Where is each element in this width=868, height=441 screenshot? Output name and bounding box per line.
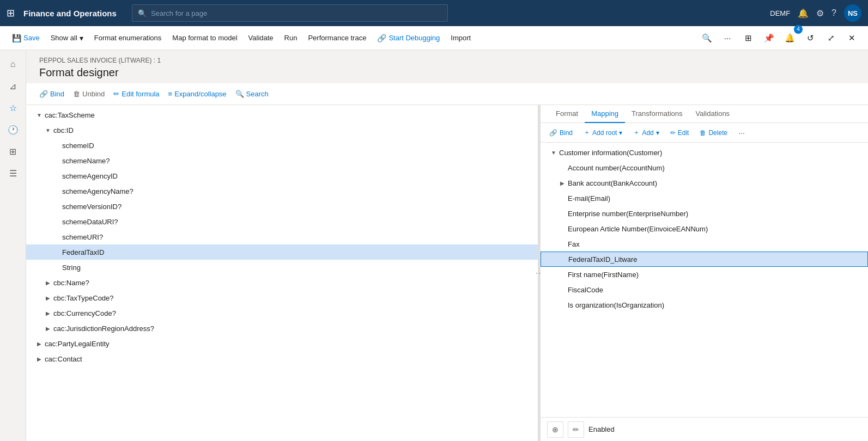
tree-item[interactable]: ▶ cbc:TaxTypeCode? [26, 290, 538, 305]
tree-item[interactable]: schemeAgencyName? [26, 183, 538, 199]
map-item[interactable]: Fax [541, 236, 868, 252]
map-label: FiscalCode [567, 286, 603, 294]
tree-item[interactable]: ▶ cbc:Name? [26, 275, 538, 290]
toolbar-customize-icon[interactable]: ⊞ [738, 28, 758, 48]
tree-item[interactable]: schemeAgencyID [26, 168, 538, 183]
settings-icon[interactable]: ⚙ [816, 8, 824, 19]
tree-arrow: ▶ [44, 326, 52, 332]
tree-label: schemeAgencyID [61, 172, 118, 180]
map-bind-button[interactable]: 🔗 Bind [545, 125, 577, 140]
expand-collapse-button[interactable]: ≡ Expand/collapse [164, 83, 231, 105]
notification-icon[interactable]: 🔔 [798, 8, 809, 19]
performance-trace-button[interactable]: Performance trace [302, 26, 372, 50]
toolbar-search-icon[interactable]: 🔍 [697, 28, 717, 48]
sidebar-recent[interactable]: 🕐 [3, 120, 23, 139]
map-item[interactable]: E-mail(Email) [541, 191, 868, 206]
page-header: PEPPOL SALES INVOICE (LITWARE) : 1 Forma… [26, 50, 868, 83]
toolbar-refresh-icon[interactable]: ↺ [800, 28, 820, 48]
start-debugging-button[interactable]: 🔗 Start Debugging [372, 26, 445, 50]
grid-icon[interactable]: ⊞ [7, 7, 15, 19]
tree-label: cbc:TaxTypeCode? [52, 294, 114, 302]
sidebar-filter[interactable]: ⊿ [3, 76, 23, 96]
tree-item[interactable]: String [26, 260, 538, 275]
sidebar-workspaces[interactable]: ⊞ [3, 142, 23, 161]
toolbar-close-icon[interactable]: ✕ [842, 28, 861, 48]
map-item[interactable]: European Article Number(EinvoiceEANNum) [541, 221, 868, 236]
format-enumerations-button[interactable]: Format enumerations [89, 26, 167, 50]
breadcrumb: PEPPOL SALES INVOICE (LITWARE) : 1 [39, 57, 855, 64]
tree-item[interactable]: ▼ cbc:ID [26, 122, 538, 138]
tree-item[interactable]: FederalTaxID [26, 244, 538, 260]
main-layout: ⌂ ⊿ ☆ 🕐 ⊞ ☰ PEPPOL SALES INVOICE (LITWAR… [0, 50, 868, 441]
tree-arrow: ▶ [44, 310, 52, 316]
tab-mapping[interactable]: Mapping [585, 105, 625, 123]
tree-item[interactable]: ▶ cbc:CurrencyCode? [26, 305, 538, 321]
map-item[interactable]: ▼ Customer information(Customer) [541, 145, 868, 160]
tree-item[interactable]: ▶ cac:JurisdictionRegionAddress? [26, 321, 538, 336]
topbar: ⊞ Finance and Operations 🔍 Search for a … [0, 0, 868, 26]
map-item[interactable]: ▶ Bank account(BankAccount) [541, 175, 868, 191]
map-item[interactable]: FiscalCode [541, 282, 868, 297]
footer-edit-button[interactable]: ✏ [568, 421, 584, 438]
map-item[interactable]: FederalTaxID_Litware [541, 252, 868, 267]
company-selector[interactable]: DEMF [770, 9, 790, 17]
map-item[interactable]: First name(FirstName) [541, 267, 868, 282]
tree-label: cbc:Name? [52, 279, 89, 287]
map-label: Customer information(Customer) [558, 149, 662, 157]
bind-button[interactable]: 🔗 Bind [35, 83, 69, 105]
toolbar-pin-icon[interactable]: 📌 [759, 28, 779, 48]
tree-item[interactable]: ▶ cac:PartyLegalEntity [26, 336, 538, 351]
help-icon[interactable]: ? [831, 8, 836, 18]
map-item[interactable]: Is organization(IsOrganization) [541, 297, 868, 313]
secondary-toolbar: 💾 Save Show all ▾ Format enumerations Ma… [0, 26, 868, 50]
tree-label: schemeAgencyName? [61, 187, 133, 195]
toolbar-expand-icon[interactable]: ⤢ [821, 28, 841, 48]
sidebar-favorites[interactable]: ☆ [3, 98, 23, 118]
tab-transformations[interactable]: Transformations [625, 105, 689, 123]
map-add-button[interactable]: ＋ Add ▾ [629, 125, 663, 140]
tree-item[interactable]: schemeName? [26, 153, 538, 168]
import-button[interactable]: Import [445, 26, 476, 50]
sidebar-home[interactable]: ⌂ [3, 54, 23, 74]
tree-label: cac:PartyLegalEntity [44, 340, 110, 348]
footer-copy-button[interactable]: ⊕ [547, 421, 563, 438]
tree-content: ▼ cac:TaxScheme ▼ cbc:ID schemeID scheme… [26, 105, 538, 441]
tree-label: cac:JurisdictionRegionAddress? [52, 324, 154, 333]
edit-formula-button[interactable]: ✏ Edit formula [109, 83, 163, 105]
tree-item[interactable]: ▶ cac:Contact [26, 351, 538, 366]
tree-arrow: ▼ [35, 112, 44, 118]
map-item[interactable]: Account number(AccountNum) [541, 160, 868, 175]
run-button[interactable]: Run [279, 26, 303, 50]
tree-item[interactable]: schemeURI? [26, 229, 538, 244]
tab-validations[interactable]: Validations [689, 105, 736, 123]
notification-count: 4 [794, 25, 803, 34]
chevron-down-icon: ▾ [619, 129, 622, 137]
sidebar-modules[interactable]: ☰ [3, 163, 23, 183]
save-button[interactable]: 💾 Save [7, 26, 45, 50]
tree-item[interactable]: schemeVersionID? [26, 199, 538, 214]
avatar[interactable]: NS [844, 4, 861, 22]
map-label: Is organization(IsOrganization) [567, 301, 664, 309]
map-label: FederalTaxID_Litware [567, 255, 637, 264]
tree-item[interactable]: schemeDataURI? [26, 214, 538, 229]
search-button[interactable]: 🔍 Search [231, 83, 273, 105]
validate-button[interactable]: Validate [243, 26, 279, 50]
unbind-button[interactable]: 🗑 Unbind [69, 83, 109, 105]
tab-format[interactable]: Format [549, 105, 585, 123]
unbind-icon: 🗑 [73, 90, 80, 98]
chevron-down-icon: ▾ [80, 34, 83, 42]
show-all-button[interactable]: Show all ▾ [45, 26, 89, 50]
tree-item[interactable]: ▼ cac:TaxScheme [26, 107, 538, 122]
expand-icon: ≡ [168, 90, 173, 98]
toolbar-more-icon[interactable]: ··· [718, 28, 737, 48]
tree-arrow: ▼ [44, 127, 52, 133]
topbar-right: DEMF 🔔 ⚙ ? NS [770, 4, 861, 22]
global-search[interactable]: 🔍 Search for a page [132, 4, 448, 22]
map-add-root-button[interactable]: ＋ Add root ▾ [579, 125, 627, 140]
map-item[interactable]: Enterprise number(EnterpriseNumber) [541, 206, 868, 221]
map-delete-button[interactable]: 🗑 Delete [695, 125, 732, 140]
map-more-button[interactable]: ··· [734, 125, 749, 140]
map-edit-button[interactable]: ✏ Edit [666, 125, 694, 140]
map-format-button[interactable]: Map format to model [167, 26, 242, 50]
tree-item[interactable]: schemeID [26, 138, 538, 153]
